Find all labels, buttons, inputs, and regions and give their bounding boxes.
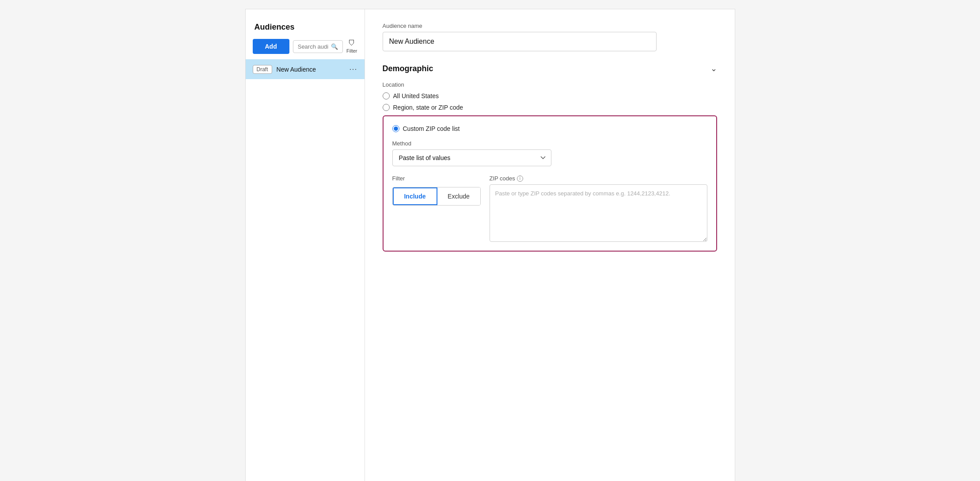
zip-codes-section: ZIP codes i <box>490 175 707 242</box>
filter-icon: ⛉ <box>348 39 355 47</box>
filter-button[interactable]: ⛉ Filter <box>346 39 357 53</box>
status-badge: Draft <box>253 65 272 74</box>
chevron-down-icon[interactable]: ⌄ <box>710 64 717 73</box>
search-input[interactable] <box>298 43 328 50</box>
method-select[interactable]: Paste list of values Upload file <box>392 149 551 166</box>
audience-name-label: Audience name <box>383 23 717 29</box>
filter-label: Filter <box>346 48 357 53</box>
search-box: 🔍 <box>293 40 343 53</box>
info-icon[interactable]: i <box>517 176 523 182</box>
audience-name: New Audience <box>277 66 345 73</box>
demographic-section-header: Demographic ⌄ <box>383 64 717 73</box>
radio-custom-zip-input[interactable] <box>392 125 399 132</box>
radio-all-us-label: All United States <box>393 92 439 99</box>
radio-all-us[interactable]: All United States <box>383 92 717 99</box>
location-label: Location <box>383 81 717 88</box>
filter-section-label: Filter <box>392 175 481 182</box>
more-options-button[interactable]: ··· <box>349 65 357 74</box>
radio-region-label: Region, state or ZIP code <box>393 104 463 111</box>
radio-custom-zip-label: Custom ZIP code list <box>403 125 460 132</box>
page-title: Audiences <box>246 18 365 39</box>
filter-section: Filter Include Exclude <box>392 175 481 206</box>
add-button[interactable]: Add <box>253 39 289 54</box>
radio-region-input[interactable] <box>383 104 390 111</box>
toolbar: Add 🔍 ⛉ Filter <box>246 39 365 59</box>
list-item[interactable]: Draft New Audience ··· <box>246 59 365 79</box>
radio-all-us-input[interactable] <box>383 92 390 99</box>
search-icon: 🔍 <box>331 43 338 50</box>
radio-custom-zip[interactable]: Custom ZIP code list <box>392 125 707 132</box>
audience-name-input[interactable] <box>383 32 657 51</box>
include-button[interactable]: Include <box>393 187 437 205</box>
method-label: Method <box>392 140 707 147</box>
include-exclude-toggle: Include Exclude <box>392 187 481 206</box>
right-panel: Audience name Demographic ⌄ Location All… <box>365 9 735 481</box>
zip-codes-textarea[interactable] <box>490 184 707 242</box>
left-panel: Audiences Add 🔍 ⛉ Filter Draft New Audie… <box>246 9 365 481</box>
filter-zip-row: Filter Include Exclude ZIP codes i <box>392 175 707 242</box>
custom-zip-box: Custom ZIP code list Method Paste list o… <box>383 115 717 252</box>
exclude-button[interactable]: Exclude <box>437 187 480 205</box>
section-title: Demographic <box>383 64 433 73</box>
location-radio-group: All United States Region, state or ZIP c… <box>383 92 717 252</box>
radio-region[interactable]: Region, state or ZIP code <box>383 104 717 111</box>
zip-codes-label: ZIP codes i <box>490 175 707 182</box>
